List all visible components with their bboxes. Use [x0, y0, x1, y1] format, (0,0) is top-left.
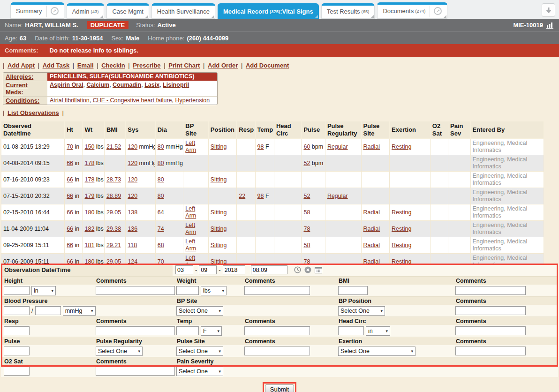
- allergy-link[interactable]: PENICILLINS: [50, 73, 86, 80]
- pulse-input[interactable]: [4, 347, 30, 355]
- observation-value-link[interactable]: 178: [84, 176, 94, 183]
- allergies-label-link[interactable]: Allergies:: [6, 73, 33, 80]
- observation-value-link[interactable]: 120: [128, 176, 137, 183]
- observation-value-link[interactable]: 70: [67, 143, 73, 150]
- observation-value-link[interactable]: 182: [84, 226, 94, 232]
- observation-value-link[interactable]: 180: [84, 209, 94, 216]
- exertion-comments-input[interactable]: [455, 347, 526, 355]
- head-circ-comments-input[interactable]: [455, 326, 526, 335]
- pulse-site-select[interactable]: Select One▾: [176, 347, 223, 356]
- height-input[interactable]: [4, 286, 30, 295]
- bp-position-select[interactable]: Select One▾: [338, 306, 385, 316]
- calendar-icon[interactable]: [315, 266, 322, 273]
- observation-value-link[interactable]: 66: [67, 242, 73, 249]
- observation-value-link[interactable]: Radial: [363, 209, 380, 216]
- tab-summary[interactable]: Summary ↗: [10, 2, 64, 19]
- bp-unit-select[interactable]: mmHg▾: [63, 306, 96, 316]
- resp-input[interactable]: [4, 326, 30, 335]
- observation-value-link[interactable]: 120: [128, 143, 137, 150]
- bp-site-select[interactable]: Select One▾: [176, 306, 223, 316]
- observation-value-link[interactable]: Left Arm: [185, 140, 196, 153]
- head-circ-input[interactable]: [338, 326, 364, 335]
- medication-link[interactable]: Calcium: [87, 82, 110, 88]
- clear-icon[interactable]: [304, 266, 311, 273]
- observation-value-link[interactable]: Left Arm: [185, 255, 196, 264]
- clock-icon[interactable]: [294, 266, 301, 273]
- action-link[interactable]: Checkin: [101, 62, 125, 69]
- observation-value-link[interactable]: Sitting: [211, 242, 227, 249]
- action-link[interactable]: Print Chart: [168, 62, 200, 69]
- observation-value-link[interactable]: 58: [303, 242, 310, 249]
- observation-value-link[interactable]: 78: [303, 258, 310, 264]
- tab-admin[interactable]: Admin (43): [67, 3, 105, 19]
- condition-link[interactable]: Atrial fibrillation: [50, 97, 90, 104]
- bp-comments-input[interactable]: [455, 306, 526, 315]
- observation-value-link[interactable]: 98: [257, 193, 264, 199]
- observation-value-link[interactable]: 178: [84, 160, 94, 166]
- observation-value-link[interactable]: Resting: [392, 258, 411, 264]
- observation-value-link[interactable]: 120: [128, 193, 137, 199]
- list-observations-link[interactable]: List Observations: [8, 109, 59, 116]
- bmi-comments-input[interactable]: [455, 286, 526, 295]
- tab-documents[interactable]: Documents (274) ↗: [377, 2, 447, 19]
- observation-value-link[interactable]: 66: [67, 209, 73, 216]
- tab-test-results[interactable]: Test Results (65): [321, 3, 375, 19]
- chart-icon[interactable]: [546, 22, 554, 29]
- observation-value-link[interactable]: Regular: [327, 143, 348, 150]
- observation-value-link[interactable]: 52: [303, 193, 310, 199]
- observation-value-link[interactable]: 181: [84, 242, 94, 249]
- obs-day-input[interactable]: [199, 265, 217, 274]
- pain-severity-select[interactable]: Select One▾: [176, 367, 223, 376]
- observation-value-link[interactable]: 28.89: [106, 193, 121, 199]
- observation-value-link[interactable]: 179: [84, 193, 94, 199]
- observation-value-link[interactable]: 66: [67, 176, 73, 183]
- observation-value-link[interactable]: 60: [303, 143, 310, 150]
- observation-value-link[interactable]: Sitting: [211, 143, 227, 150]
- observation-value-link[interactable]: Resting: [392, 209, 411, 216]
- observation-value-link[interactable]: Radial: [363, 258, 380, 264]
- observation-value-link[interactable]: 150: [84, 143, 94, 150]
- action-link[interactable]: Add Task: [43, 62, 70, 69]
- duplicate-badge[interactable]: DUPLICATE: [87, 21, 128, 29]
- observation-value-link[interactable]: 29.05: [106, 209, 121, 216]
- observation-value-link[interactable]: 70: [158, 258, 164, 264]
- observation-value-link[interactable]: 80: [158, 193, 164, 199]
- observation-value-link[interactable]: 68: [158, 242, 164, 249]
- observation-value-link[interactable]: Regular: [327, 193, 348, 199]
- exertion-select[interactable]: Select One▾: [338, 347, 415, 356]
- action-link[interactable]: Email: [77, 62, 94, 69]
- obs-month-input[interactable]: [175, 265, 193, 274]
- medication-link[interactable]: Aspirin Oral: [50, 82, 83, 88]
- observation-value-link[interactable]: 58: [303, 209, 310, 216]
- action-link[interactable]: Add Order: [208, 62, 238, 69]
- condition-link[interactable]: CHF - Congestive heart failure: [93, 97, 172, 104]
- observation-value-link[interactable]: Resting: [392, 143, 411, 150]
- weight-input[interactable]: [176, 286, 199, 295]
- pulse-regularity-select[interactable]: Select One▾: [96, 347, 143, 356]
- height-unit-select[interactable]: in▾: [31, 286, 56, 295]
- observation-value-link[interactable]: 66: [67, 258, 73, 264]
- observation-value-link[interactable]: 29.05: [106, 258, 121, 264]
- tab-case-mgmt[interactable]: Case Mgmt: [106, 3, 149, 19]
- bp-diastolic-input[interactable]: [35, 306, 61, 315]
- observation-value-link[interactable]: 52: [303, 160, 310, 166]
- current-meds-label-link[interactable]: Current Meds:: [6, 82, 28, 96]
- submit-button[interactable]: Submit: [265, 384, 294, 392]
- action-link[interactable]: Add Appt: [8, 62, 35, 69]
- allergy-link[interactable]: SULFA(SULFONAMIDE ANTIBIOTICS): [90, 73, 195, 80]
- observation-value-link[interactable]: Sitting: [211, 176, 227, 183]
- observation-value-link[interactable]: 29.38: [106, 226, 121, 232]
- temp-unit-select[interactable]: F▾: [201, 326, 222, 336]
- resp-comments-input[interactable]: [96, 326, 175, 335]
- observation-value-link[interactable]: 78: [303, 226, 310, 232]
- conditions-label-link[interactable]: Conditions:: [6, 97, 39, 104]
- popout-icon[interactable]: ↗: [434, 7, 442, 15]
- observation-value-link[interactable]: 124: [128, 258, 137, 264]
- medication-link[interactable]: Lasix: [144, 82, 159, 88]
- observation-value-link[interactable]: 66: [67, 160, 73, 166]
- download-button[interactable]: [542, 3, 555, 17]
- observation-value-link[interactable]: 98: [257, 143, 264, 150]
- observation-value-link[interactable]: 138: [128, 209, 137, 216]
- observation-value-link[interactable]: Sitting: [211, 258, 227, 264]
- observation-value-link[interactable]: Radial: [363, 143, 380, 150]
